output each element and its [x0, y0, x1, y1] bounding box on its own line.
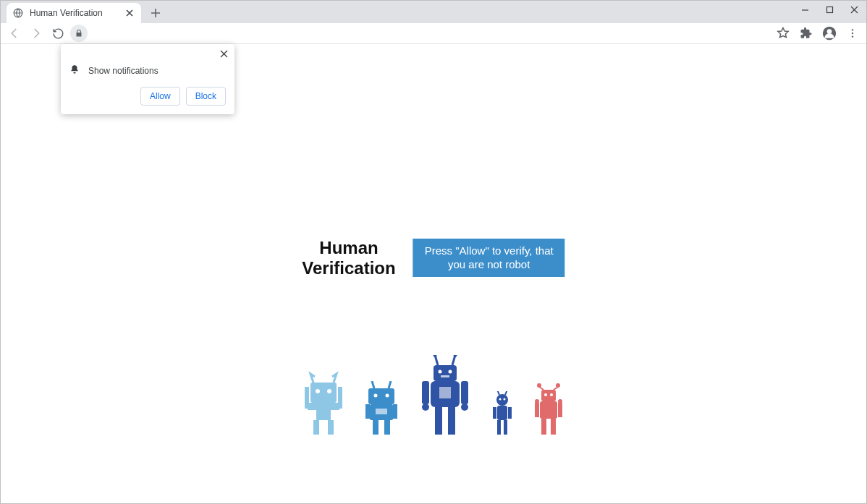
svg-rect-38	[448, 407, 455, 435]
svg-point-4	[852, 29, 853, 30]
robot-icon	[300, 370, 347, 436]
svg-point-44	[499, 398, 502, 401]
verification-banner: Press "Allow" to verify, that you are no…	[413, 239, 565, 278]
allow-button[interactable]: Allow	[140, 87, 180, 106]
back-button[interactable]	[5, 24, 24, 43]
svg-line-25	[372, 381, 374, 388]
svg-rect-21	[365, 404, 370, 419]
svg-point-17	[374, 394, 378, 398]
svg-rect-30	[441, 375, 449, 377]
svg-point-35	[422, 403, 429, 411]
svg-point-3	[827, 29, 832, 34]
svg-line-26	[389, 381, 391, 388]
svg-rect-33	[422, 381, 429, 404]
svg-rect-47	[493, 407, 496, 419]
lock-icon[interactable]	[70, 25, 88, 42]
svg-rect-60	[558, 403, 562, 417]
svg-rect-22	[393, 404, 397, 419]
window-close-button[interactable]	[842, 1, 866, 18]
block-button[interactable]: Block	[186, 87, 226, 106]
minimize-button[interactable]	[792, 1, 817, 18]
menu-dots-icon[interactable]	[843, 24, 862, 43]
reload-button[interactable]	[48, 24, 67, 43]
svg-rect-49	[497, 420, 501, 435]
svg-rect-32	[439, 387, 451, 398]
svg-rect-14	[305, 387, 309, 409]
notification-text: Show notifications	[88, 66, 158, 76]
heading-line2: Verification	[302, 258, 395, 278]
svg-point-18	[386, 394, 389, 398]
svg-point-8	[316, 389, 320, 393]
svg-line-51	[497, 391, 499, 395]
svg-point-45	[504, 398, 506, 401]
verification-section: Human Verification Press "Allow" to veri…	[302, 238, 564, 278]
robots-illustration	[300, 355, 567, 436]
page-content: Show notifications Allow Block Human Ver…	[1, 44, 866, 503]
svg-rect-12	[313, 420, 319, 435]
svg-point-29	[449, 370, 452, 374]
svg-line-67	[539, 387, 544, 390]
toolbar	[1, 23, 866, 44]
svg-point-6	[852, 35, 853, 37]
extensions-puzzle-icon[interactable]	[797, 24, 816, 43]
svg-rect-13	[328, 420, 334, 435]
svg-rect-10	[308, 403, 339, 410]
svg-rect-20	[376, 409, 387, 414]
svg-rect-50	[504, 420, 507, 435]
svg-rect-23	[373, 420, 378, 435]
svg-rect-48	[508, 407, 512, 419]
svg-line-68	[554, 387, 558, 390]
new-tab-button[interactable]	[145, 3, 166, 23]
svg-point-5	[852, 33, 853, 34]
bookmark-star-icon[interactable]	[774, 24, 792, 43]
svg-rect-55	[541, 390, 556, 401]
svg-rect-15	[338, 387, 342, 409]
svg-rect-58	[540, 401, 557, 419]
robot-icon	[530, 383, 567, 436]
svg-point-9	[327, 389, 331, 393]
svg-point-61	[535, 399, 539, 403]
svg-rect-7	[310, 383, 337, 403]
close-icon[interactable]	[217, 47, 230, 60]
globe-icon	[12, 7, 24, 19]
svg-line-53	[505, 391, 507, 395]
svg-rect-1	[826, 7, 832, 12]
heading-line1: Human	[302, 238, 395, 258]
robot-icon	[361, 381, 402, 436]
svg-rect-37	[435, 407, 442, 435]
svg-rect-27	[434, 365, 457, 381]
bell-icon	[69, 64, 80, 77]
notification-permission-popup: Show notifications Allow Block	[61, 44, 234, 114]
verification-heading: Human Verification	[302, 238, 395, 278]
svg-point-36	[461, 403, 468, 411]
svg-rect-16	[368, 388, 394, 404]
tab-title: Human Verification	[30, 8, 118, 18]
svg-point-62	[558, 399, 562, 403]
svg-rect-64	[551, 419, 556, 435]
svg-point-43	[496, 394, 508, 406]
maximize-button[interactable]	[817, 1, 842, 18]
svg-point-57	[550, 393, 553, 396]
robot-icon	[489, 391, 516, 436]
svg-point-56	[544, 393, 547, 396]
profile-avatar-icon[interactable]	[820, 24, 839, 43]
svg-rect-63	[541, 419, 546, 435]
browser-tab[interactable]: Human Verification	[7, 3, 141, 23]
robot-icon	[416, 355, 474, 436]
svg-rect-59	[535, 403, 539, 417]
forward-button[interactable]	[27, 24, 46, 43]
svg-point-28	[439, 370, 442, 374]
svg-rect-24	[384, 420, 390, 435]
svg-rect-46	[497, 406, 507, 420]
tab-strip: Human Verification	[1, 1, 866, 23]
window-controls	[792, 1, 866, 18]
svg-rect-11	[316, 410, 331, 420]
svg-rect-34	[461, 381, 468, 404]
close-icon[interactable]	[124, 7, 135, 19]
address-bar[interactable]	[70, 25, 771, 42]
